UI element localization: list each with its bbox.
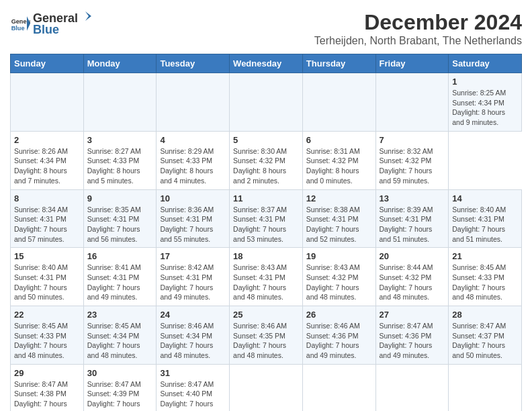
day-detail: Sunrise: 8:43 AMSunset: 4:32 PMDaylight:… <box>306 263 360 301</box>
cell-day-3: 3 Sunrise: 8:27 AMSunset: 4:33 PMDayligh… <box>83 131 157 189</box>
day-detail: Sunrise: 8:47 AMSunset: 4:36 PMDaylight:… <box>380 322 433 359</box>
day-number: 14 <box>452 193 518 203</box>
cell-day-16: 16 Sunrise: 8:41 AMSunset: 4:31 PMDaylig… <box>83 248 157 306</box>
cell-day-8: 8 Sunrise: 8:34 AMSunset: 4:31 PMDayligh… <box>11 189 84 248</box>
day-number: 30 <box>87 368 153 378</box>
header-col-friday: Friday <box>375 54 449 73</box>
day-detail: Sunrise: 8:42 AMSunset: 4:31 PMDaylight:… <box>160 263 214 301</box>
cell-day-11: 11 Sunrise: 8:37 AMSunset: 4:31 PMDaylig… <box>230 189 303 248</box>
day-detail: Sunrise: 8:40 AMSunset: 4:31 PMDaylight:… <box>14 263 68 301</box>
cell-day-23: 23 Sunrise: 8:45 AMSunset: 4:34 PMDaylig… <box>83 306 157 365</box>
cell-day-20: 20 Sunrise: 8:44 AMSunset: 4:32 PMDaylig… <box>375 248 449 306</box>
day-number: 19 <box>306 251 372 261</box>
week-row-1: 1 Sunrise: 8:25 AMSunset: 4:34 PMDayligh… <box>11 73 522 132</box>
day-detail: Sunrise: 8:30 AMSunset: 4:32 PMDaylight:… <box>233 147 287 185</box>
day-number: 1 <box>452 77 518 87</box>
cell-day-9: 9 Sunrise: 8:35 AMSunset: 4:31 PMDayligh… <box>83 189 157 248</box>
day-number: 28 <box>452 310 518 320</box>
cell-day-6: 6 Sunrise: 8:31 AMSunset: 4:32 PMDayligh… <box>302 131 375 189</box>
cell-day-25: 25 Sunrise: 8:46 AMSunset: 4:35 PMDaylig… <box>230 306 303 365</box>
cell-day-27: 27 Sunrise: 8:47 AMSunset: 4:36 PMDaylig… <box>375 306 449 365</box>
svg-marker-3 <box>85 11 91 21</box>
cell-empty-w1-3 <box>230 73 303 132</box>
day-number: 11 <box>233 193 299 203</box>
day-detail: Sunrise: 8:47 AMSunset: 4:40 PMDaylight:… <box>160 380 214 411</box>
day-number: 10 <box>160 193 226 203</box>
day-detail: Sunrise: 8:44 AMSunset: 4:32 PMDaylight:… <box>380 263 433 301</box>
day-detail: Sunrise: 8:47 AMSunset: 4:37 PMDaylight:… <box>452 322 506 359</box>
cell-day-4: 4 Sunrise: 8:29 AMSunset: 4:33 PMDayligh… <box>157 131 230 189</box>
week-row-2: 2 Sunrise: 8:26 AMSunset: 4:34 PMDayligh… <box>11 131 522 189</box>
cell-day-14: 14 Sunrise: 8:40 AMSunset: 4:31 PMDaylig… <box>449 189 522 248</box>
day-detail: Sunrise: 8:45 AMSunset: 4:33 PMDaylight:… <box>452 263 506 301</box>
day-detail: Sunrise: 8:47 AMSunset: 4:39 PMDaylight:… <box>87 380 141 411</box>
day-detail: Sunrise: 8:35 AMSunset: 4:31 PMDaylight:… <box>87 205 141 243</box>
header-col-sunday: Sunday <box>11 54 84 73</box>
day-number: 9 <box>87 193 153 203</box>
day-number: 17 <box>160 251 226 261</box>
day-detail: Sunrise: 8:39 AMSunset: 4:31 PMDaylight:… <box>380 205 433 243</box>
day-detail: Sunrise: 8:31 AMSunset: 4:32 PMDaylight:… <box>306 147 360 185</box>
cell-day-31: 31 Sunrise: 8:47 AMSunset: 4:40 PMDaylig… <box>157 364 230 411</box>
week-row-3: 8 Sunrise: 8:34 AMSunset: 4:31 PMDayligh… <box>11 189 522 248</box>
day-number: 22 <box>14 310 80 320</box>
day-number: 2 <box>14 135 80 145</box>
cell-empty-w1-4 <box>302 73 375 132</box>
day-number: 6 <box>306 135 372 145</box>
title-area: December 2024 Terheijden, North Brabant,… <box>314 10 522 47</box>
logo-icon: General Blue <box>10 13 30 34</box>
day-detail: Sunrise: 8:32 AMSunset: 4:32 PMDaylight:… <box>380 147 433 185</box>
day-number: 5 <box>233 135 299 145</box>
day-detail: Sunrise: 8:25 AMSunset: 4:34 PMDaylight:… <box>452 89 506 126</box>
cell-empty-w1-1 <box>83 73 157 132</box>
header: General Blue General Blue December 2024 … <box>10 10 522 47</box>
day-detail: Sunrise: 8:46 AMSunset: 4:36 PMDaylight:… <box>306 322 360 359</box>
day-detail: Sunrise: 8:34 AMSunset: 4:31 PMDaylight:… <box>14 205 68 243</box>
header-col-tuesday: Tuesday <box>157 54 230 73</box>
day-number: 27 <box>380 310 445 320</box>
cell-day-21: 21 Sunrise: 8:45 AMSunset: 4:33 PMDaylig… <box>449 248 522 306</box>
cell-day-10: 10 Sunrise: 8:36 AMSunset: 4:31 PMDaylig… <box>157 189 230 248</box>
cell-day-1: 1 Sunrise: 8:25 AMSunset: 4:34 PMDayligh… <box>449 73 522 132</box>
day-number: 12 <box>306 193 372 203</box>
day-number: 20 <box>380 251 445 261</box>
cell-empty-w1-0 <box>11 73 84 132</box>
svg-text:Blue: Blue <box>11 25 25 32</box>
cell-day-22: 22 Sunrise: 8:45 AMSunset: 4:33 PMDaylig… <box>11 306 84 365</box>
day-number: 29 <box>14 368 80 378</box>
logo-bird-icon <box>79 10 91 22</box>
day-number: 3 <box>87 135 153 145</box>
cell-empty-w6-5 <box>375 364 449 411</box>
day-detail: Sunrise: 8:46 AMSunset: 4:35 PMDaylight:… <box>233 322 287 359</box>
cell-day-2: 2 Sunrise: 8:26 AMSunset: 4:34 PMDayligh… <box>11 131 84 189</box>
header-col-monday: Monday <box>83 54 157 73</box>
day-detail: Sunrise: 8:46 AMSunset: 4:34 PMDaylight:… <box>160 322 214 359</box>
day-number: 24 <box>160 310 226 320</box>
day-detail: Sunrise: 8:41 AMSunset: 4:31 PMDaylight:… <box>87 263 141 301</box>
cell-day-12: 12 Sunrise: 8:38 AMSunset: 4:31 PMDaylig… <box>302 189 375 248</box>
cell-empty-w6-4 <box>302 364 375 411</box>
day-number: 16 <box>87 251 153 261</box>
day-number: 13 <box>380 193 445 203</box>
cell-day-30: 30 Sunrise: 8:47 AMSunset: 4:39 PMDaylig… <box>83 364 157 411</box>
day-detail: Sunrise: 8:43 AMSunset: 4:31 PMDaylight:… <box>233 263 287 301</box>
day-detail: Sunrise: 8:37 AMSunset: 4:31 PMDaylight:… <box>233 205 287 243</box>
cell-day-15: 15 Sunrise: 8:40 AMSunset: 4:31 PMDaylig… <box>11 248 84 306</box>
day-number: 7 <box>380 135 445 145</box>
calendar-header-row: SundayMondayTuesdayWednesdayThursdayFrid… <box>11 54 522 73</box>
day-detail: Sunrise: 8:26 AMSunset: 4:34 PMDaylight:… <box>14 147 68 185</box>
cell-day-18: 18 Sunrise: 8:43 AMSunset: 4:31 PMDaylig… <box>230 248 303 306</box>
day-detail: Sunrise: 8:45 AMSunset: 4:33 PMDaylight:… <box>14 322 68 359</box>
week-row-5: 22 Sunrise: 8:45 AMSunset: 4:33 PMDaylig… <box>11 306 522 365</box>
cell-day-7: 7 Sunrise: 8:32 AMSunset: 4:32 PMDayligh… <box>375 131 449 189</box>
cell-day-29: 29 Sunrise: 8:47 AMSunset: 4:38 PMDaylig… <box>11 364 84 411</box>
cell-day-17: 17 Sunrise: 8:42 AMSunset: 4:31 PMDaylig… <box>157 248 230 306</box>
subtitle: Terheijden, North Brabant, The Netherlan… <box>314 35 522 47</box>
header-col-thursday: Thursday <box>302 54 375 73</box>
cell-day-13: 13 Sunrise: 8:39 AMSunset: 4:31 PMDaylig… <box>375 189 449 248</box>
logo: General Blue General Blue <box>10 10 91 37</box>
cell-day-26: 26 Sunrise: 8:46 AMSunset: 4:36 PMDaylig… <box>302 306 375 365</box>
calendar-table: SundayMondayTuesdayWednesdayThursdayFrid… <box>10 54 522 411</box>
cell-empty-w1-5 <box>375 73 449 132</box>
day-number: 26 <box>306 310 372 320</box>
